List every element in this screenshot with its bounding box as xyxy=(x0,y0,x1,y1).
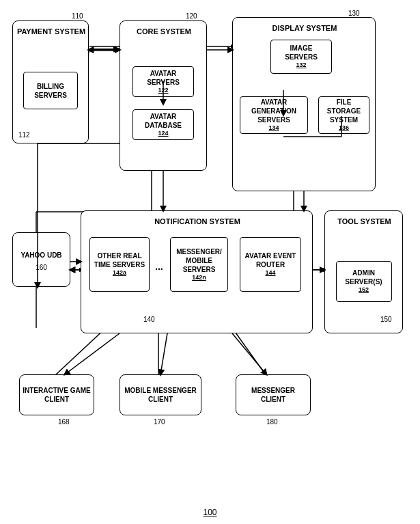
other-real-time-servers-label: OTHER REAL TIME SERVERS xyxy=(93,251,146,269)
avatar-event-router-ref: 144 xyxy=(265,269,275,277)
svg-line-39 xyxy=(65,333,120,374)
core-system-ref: 120 xyxy=(186,12,197,20)
svg-line-41 xyxy=(232,333,266,374)
avatar-event-router-label: AVATAR EVENT ROUTER xyxy=(243,251,298,269)
avatar-servers-ref: 122 xyxy=(158,87,168,95)
notification-system-box: NOTIFICATION SYSTEM OTHER REAL TIME SERV… xyxy=(81,210,313,333)
admin-servers-ref: 152 xyxy=(359,286,369,294)
interactive-game-client-label: INTERACTIVE GAME CLIENT xyxy=(23,386,91,404)
mobile-messenger-client-box: MOBILE MESSENGER CLIENT xyxy=(120,374,201,415)
avatar-servers-box: AVATAR SERVERS 122 xyxy=(132,66,194,97)
billing-servers-ref: 112 xyxy=(18,130,30,139)
display-system-ref: 130 xyxy=(348,10,360,17)
avatar-database-label: AVATAR DATABASE xyxy=(136,112,191,130)
mobile-messenger-client-label: MOBILE MESSENGER CLIENT xyxy=(123,386,198,404)
yahoo-udb-ref: 160 xyxy=(36,263,47,272)
svg-line-21 xyxy=(232,328,266,376)
file-storage-system-label: FILE STORAGE SYSTEM xyxy=(322,98,366,124)
ellipsis: ... xyxy=(155,260,163,273)
yahoo-udb-label: YAHOO UDB xyxy=(20,251,61,260)
other-real-time-servers-box: OTHER REAL TIME SERVERS 142a xyxy=(89,237,150,292)
display-system-label: DISPLAY SYSTEM xyxy=(233,23,376,33)
avatar-event-router-box: AVATAR EVENT ROUTER 144 xyxy=(240,237,301,292)
messenger-mobile-servers-ref: 142n xyxy=(192,274,206,282)
payment-system-box: PAYMENT SYSTEM BILLING SERVERS 112 xyxy=(12,20,89,143)
mobile-messenger-client-ref: 170 xyxy=(154,418,165,426)
admin-servers-box: ADMIN SERVER(S) 152 xyxy=(336,261,392,302)
admin-servers-label: ADMIN SERVER(S) xyxy=(339,268,389,286)
page-number: 100 xyxy=(203,508,216,517)
avatar-database-ref: 124 xyxy=(158,130,168,138)
yahoo-udb-box: YAHOO UDB 160 xyxy=(12,232,70,287)
tool-system-box: TOOL SYSTEM ADMIN SERVER(S) 152 xyxy=(324,210,403,333)
avatar-generation-servers-box: AVATAR GENERATION SERVERS 134 xyxy=(240,96,308,134)
messenger-mobile-servers-box: MESSENGER/ MOBILE SERVERS 142n xyxy=(170,237,228,292)
payment-system-label: PAYMENT SYSTEM xyxy=(13,27,89,36)
interactive-game-client-ref: 168 xyxy=(58,418,70,426)
image-servers-ref: 132 xyxy=(296,61,306,70)
core-system-label: CORE SYSTEM xyxy=(120,27,208,36)
messenger-client-label: MESSENGER CLIENT xyxy=(239,386,307,404)
avatar-generation-servers-label: AVATAR GENERATION SERVERS xyxy=(243,98,305,124)
messenger-mobile-servers-label: MESSENGER/ MOBILE SERVERS xyxy=(173,247,225,274)
file-storage-system-ref: 136 xyxy=(339,124,349,133)
avatar-generation-servers-ref: 134 xyxy=(268,124,279,133)
image-servers-label: IMAGE SERVERS xyxy=(274,44,328,61)
interactive-game-client-box: INTERACTIVE GAME CLIENT xyxy=(19,374,94,415)
notification-system-label: NOTIFICATION SYSTEM xyxy=(81,217,313,226)
diagram: PAYMENT SYSTEM BILLING SERVERS 112 110 C… xyxy=(0,0,420,524)
messenger-client-ref: 180 xyxy=(266,418,278,426)
notification-system-ref: 140 xyxy=(143,316,155,323)
billing-servers-label: BILLING SERVERS xyxy=(27,82,74,100)
avatar-database-box: AVATAR DATABASE 124 xyxy=(132,109,194,140)
tool-system-ref: 150 xyxy=(380,316,392,323)
image-servers-box: IMAGE SERVERS 132 xyxy=(270,40,332,74)
billing-servers-box: BILLING SERVERS xyxy=(23,72,78,109)
other-real-time-servers-ref: 142a xyxy=(113,269,126,277)
display-system-box: DISPLAY SYSTEM IMAGE SERVERS 132 AVATAR … xyxy=(232,17,376,191)
messenger-client-box: MESSENGER CLIENT xyxy=(236,374,311,415)
avatar-servers-label: AVATAR SERVERS xyxy=(136,69,191,87)
core-system-box: CORE SYSTEM AVATAR SERVERS 122 AVATAR DA… xyxy=(120,20,207,171)
payment-system-ref: 110 xyxy=(72,12,83,20)
svg-line-40 xyxy=(160,333,167,374)
svg-line-17 xyxy=(55,328,106,376)
tool-system-label: TOOL SYSTEM xyxy=(325,217,404,226)
file-storage-system-box: FILE STORAGE SYSTEM 136 xyxy=(318,96,369,134)
